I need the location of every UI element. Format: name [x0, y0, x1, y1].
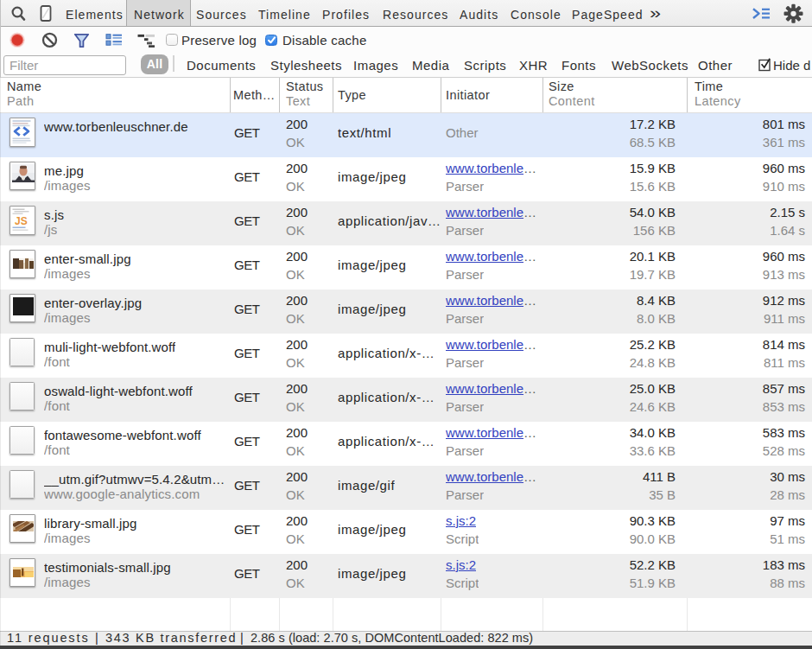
- svg-text:JS: JS: [15, 215, 28, 227]
